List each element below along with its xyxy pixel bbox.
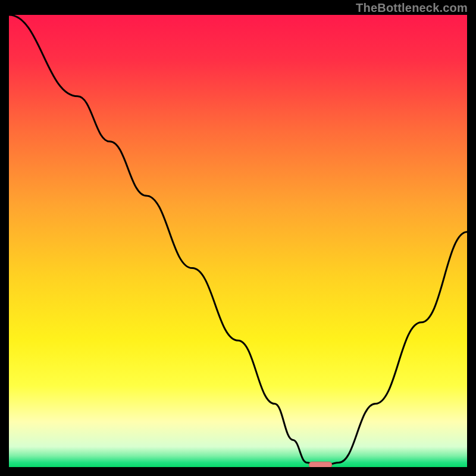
- watermark-text: TheBottleneck.com: [356, 1, 468, 15]
- chart-frame: [9, 15, 467, 467]
- optimal-point-marker: [309, 462, 332, 467]
- gradient-background: [9, 15, 467, 467]
- bottleneck-chart: [9, 15, 467, 467]
